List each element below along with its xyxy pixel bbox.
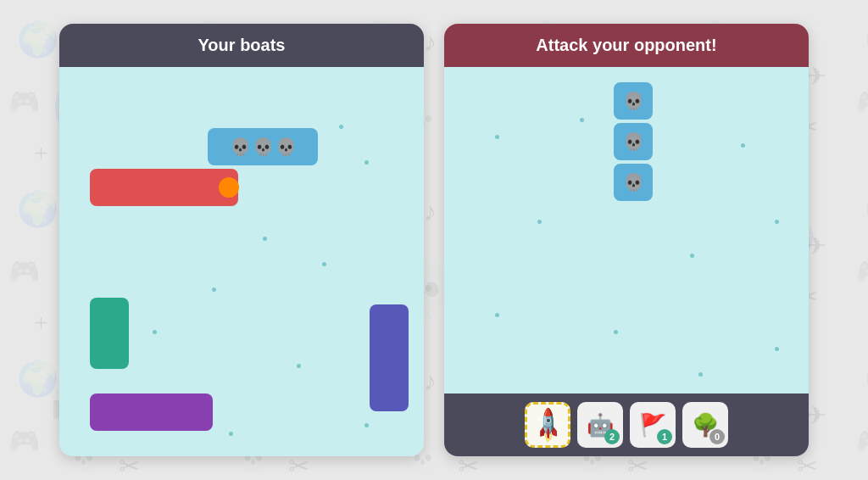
powerups-footer: 🚀 🤖 2 🚩 1 🌳 0 [444, 393, 809, 456]
robot-badge: 2 [604, 429, 620, 444]
skull-boat-2: 💀 [614, 123, 653, 160]
dot [614, 330, 618, 334]
your-boats-grid: 💀 💀 💀 [59, 67, 424, 456]
dot [775, 347, 779, 351]
dot [580, 118, 584, 122]
dot [229, 432, 233, 436]
dot [537, 220, 542, 224]
dot [322, 262, 326, 266]
dot [698, 372, 703, 377]
purple-horizontal-boat [90, 393, 213, 431]
tree-powerup[interactable]: 🌳 0 [682, 402, 728, 448]
dot [741, 143, 745, 148]
robot-powerup[interactable]: 🤖 2 [577, 402, 623, 448]
dot [263, 237, 267, 241]
flag-badge: 1 [657, 429, 672, 444]
purple-vertical-boat [370, 304, 409, 411]
dot [775, 220, 779, 224]
attack-card: Attack your opponent! 💀 💀 💀 🚀 🤖 [444, 24, 809, 456]
attack-header: Attack your opponent! [444, 24, 809, 67]
skull-boat-3: 💀 [614, 164, 653, 201]
dot [212, 287, 216, 292]
attack-grid[interactable]: 💀 💀 💀 [444, 67, 809, 393]
dot [495, 313, 499, 317]
missile-powerup[interactable]: 🚀 [525, 402, 570, 448]
your-boats-card: Your boats 💀 💀 💀 [59, 24, 424, 456]
teal-boat [90, 298, 129, 369]
dot [364, 423, 369, 427]
blue-skull-boat: 💀 💀 💀 [208, 128, 318, 165]
dot [297, 364, 301, 368]
red-boat-hit [219, 177, 239, 198]
dot [364, 160, 369, 165]
skull-boat-1: 💀 [614, 82, 653, 120]
dot [690, 254, 694, 258]
dot [339, 125, 343, 129]
flag-powerup[interactable]: 🚩 1 [630, 402, 676, 448]
red-boat [90, 169, 238, 206]
your-boats-header: Your boats [59, 24, 424, 67]
dot [153, 330, 157, 334]
tree-badge: 0 [709, 429, 725, 444]
dot [495, 135, 499, 139]
